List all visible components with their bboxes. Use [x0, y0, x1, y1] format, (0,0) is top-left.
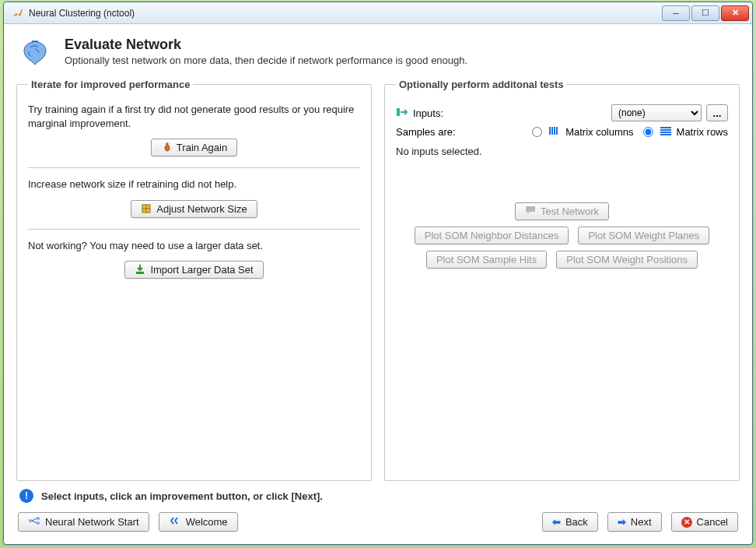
- samples-label: Samples are:: [396, 126, 456, 138]
- back-label: Back: [565, 516, 588, 528]
- page-title: Evaluate Network: [65, 37, 467, 53]
- cancel-icon: ✕: [681, 517, 692, 528]
- browse-button[interactable]: ...: [706, 104, 728, 121]
- app-window: Neural Clustering (nctool) ─ ☐ ✕ Evaluat…: [3, 2, 753, 545]
- content-area: Evaluate Network Optionally test network…: [4, 24, 752, 544]
- window-title: Neural Clustering (nctool): [29, 8, 135, 19]
- nn-start-icon: [28, 515, 40, 529]
- plot-sample-hits-button[interactable]: Plot SOM Sample Hits: [426, 251, 547, 269]
- cancel-label: Cancel: [697, 516, 728, 528]
- train-again-label: Train Again: [177, 142, 227, 153]
- inputs-row: Inputs: (none) ...: [396, 104, 728, 121]
- chat-icon: [525, 206, 536, 217]
- import-text: Not working? You may need to use a large…: [28, 239, 360, 253]
- panels: Iterate for improved performance Try tra…: [15, 79, 741, 481]
- welcome-button[interactable]: Welcome: [159, 512, 238, 532]
- plot-weight-planes-button[interactable]: Plot SOM Weight Planes: [578, 227, 709, 244]
- plot-weight-positions-button[interactable]: Plot SOM Weight Positions: [556, 251, 698, 269]
- page-header: Evaluate Network Optionally test network…: [18, 37, 741, 68]
- browse-label: ...: [712, 107, 721, 119]
- window-controls: ─ ☐ ✕: [660, 5, 749, 21]
- iterate-legend: Iterate for improved performance: [28, 79, 193, 90]
- samples-row: Samples are: Matrix columns Matrix rows: [396, 126, 728, 138]
- test-buttons-area: Test Network Plot SOM Neighbor Distances…: [396, 202, 728, 269]
- next-label: Next: [631, 516, 652, 528]
- back-button[interactable]: ⬅ Back: [542, 512, 598, 532]
- network-size-icon: [141, 203, 152, 214]
- welcome-label: Welcome: [186, 516, 228, 528]
- adjust-network-label: Adjust Network Size: [156, 203, 247, 215]
- titlebar: Neural Clustering (nctool) ─ ☐ ✕: [4, 2, 752, 24]
- inputs-icon: [396, 107, 408, 120]
- header-text: Evaluate Network Optionally test network…: [58, 37, 467, 66]
- samples-radios: Matrix columns Matrix rows: [527, 126, 728, 138]
- import-data-label: Import Larger Data Set: [150, 264, 253, 276]
- cancel-button[interactable]: ✕ Cancel: [671, 512, 738, 532]
- svg-point-5: [37, 522, 40, 525]
- page-subtitle: Optionally test network on more data, th…: [65, 54, 467, 66]
- inputs-status: No inputs selected.: [396, 146, 728, 157]
- footer-tip-text: Select inputs, click an improvement butt…: [41, 490, 323, 502]
- radio-matrix-rows[interactable]: [643, 127, 653, 137]
- neural-network-start-button[interactable]: Neural Network Start: [18, 512, 149, 532]
- svg-point-3: [29, 519, 32, 522]
- tests-legend: Optionally perform additonal tests: [396, 79, 567, 90]
- import-data-set-button[interactable]: Import Larger Data Set: [124, 261, 263, 279]
- train-text: Try training again if a first try did no…: [28, 103, 360, 131]
- welcome-icon: [169, 516, 181, 528]
- radio-rows-label: Matrix rows: [677, 126, 728, 138]
- test-network-button[interactable]: Test Network: [515, 202, 609, 220]
- nn-start-label: Neural Network Start: [45, 516, 139, 528]
- test-network-label: Test Network: [541, 206, 599, 217]
- import-icon: [135, 264, 145, 275]
- brain-icon: [18, 37, 58, 68]
- info-icon: !: [19, 489, 33, 503]
- svg-rect-1: [136, 272, 144, 274]
- arrow-right-icon: ➡: [618, 516, 626, 528]
- separator: [28, 167, 360, 168]
- footer-tip: ! Select inputs, click an improvement bu…: [19, 489, 741, 503]
- close-icon: ✕: [732, 8, 739, 18]
- plot-neighbor-distances-button[interactable]: Plot SOM Neighbor Distances: [415, 227, 569, 244]
- footer-buttons: Neural Network Start Welcome ⬅ Back ➡ Ne…: [15, 508, 741, 536]
- adjust-network-size-button[interactable]: Adjust Network Size: [131, 200, 257, 218]
- iterate-panel: Iterate for improved performance Try tra…: [16, 79, 372, 481]
- radio-matrix-columns[interactable]: [532, 127, 542, 137]
- matrix-columns-icon: [548, 126, 561, 138]
- separator: [28, 229, 360, 230]
- inputs-select[interactable]: (none): [611, 104, 702, 121]
- minimize-icon: ─: [673, 9, 679, 18]
- adjust-text: Increase network size if retraining did …: [28, 177, 360, 191]
- tests-panel: Optionally perform additonal tests Input…: [384, 79, 740, 481]
- close-button[interactable]: ✕: [721, 5, 749, 21]
- next-button[interactable]: ➡ Next: [607, 512, 662, 532]
- flame-icon: [161, 142, 172, 153]
- svg-rect-2: [397, 108, 400, 116]
- maximize-icon: ☐: [702, 8, 709, 18]
- arrow-left-icon: ⬅: [552, 516, 561, 528]
- svg-point-4: [37, 517, 40, 520]
- inputs-label: Inputs:: [413, 107, 443, 119]
- minimize-button[interactable]: ─: [662, 5, 690, 21]
- train-again-button[interactable]: Train Again: [151, 139, 237, 156]
- matrix-rows-icon: [660, 126, 672, 138]
- matlab-icon: [12, 7, 24, 19]
- maximize-button[interactable]: ☐: [691, 5, 719, 21]
- radio-cols-label: Matrix columns: [565, 126, 633, 138]
